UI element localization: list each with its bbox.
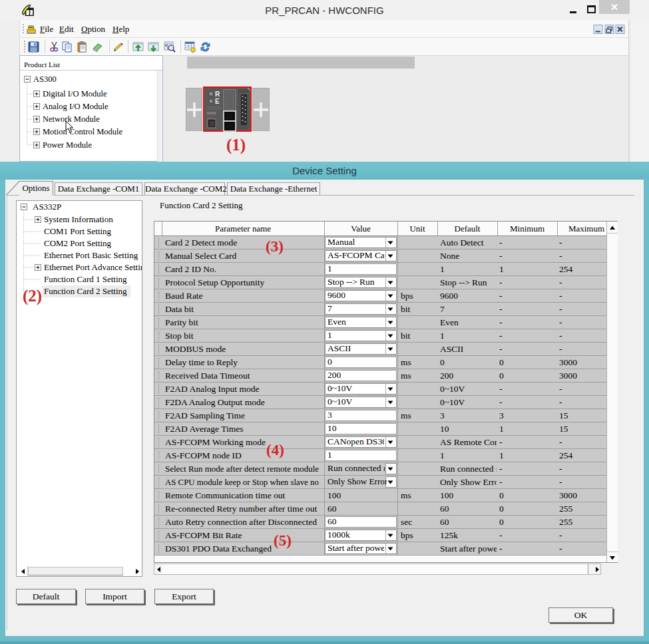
svg-text:R: R [215, 90, 220, 98]
svg-text:E: E [215, 98, 220, 105]
